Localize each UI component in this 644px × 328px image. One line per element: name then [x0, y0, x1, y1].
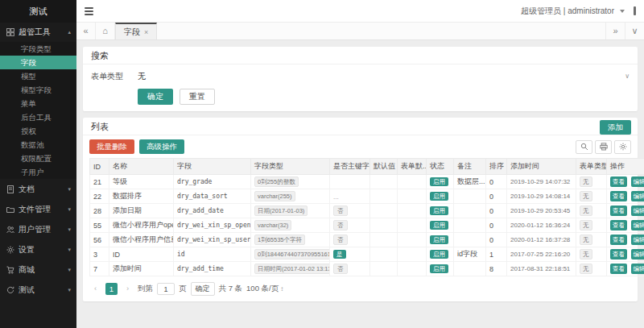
cell-status: 启用: [427, 218, 454, 233]
sidebar-group-settings[interactable]: 设置 ▾: [0, 239, 76, 259]
edit-button[interactable]: 编辑: [631, 191, 644, 201]
sidebar-group-super-tools[interactable]: 超管工具 ▴: [0, 23, 76, 42]
hamburger-icon[interactable]: [85, 7, 93, 15]
cell-field: dry_grade: [174, 175, 251, 189]
cell-status: 启用: [427, 262, 454, 276]
view-button[interactable]: 查看: [610, 176, 627, 187]
edit-button[interactable]: 编辑: [631, 235, 644, 245]
cell-remark: [454, 262, 486, 276]
col-field-type: 字段类型: [251, 159, 330, 175]
page-number[interactable]: 1: [105, 283, 118, 295]
sidebar-item-model[interactable]: 模型: [0, 69, 76, 83]
next-page-icon[interactable]: ›: [122, 283, 134, 295]
tabs-scroll-right-icon[interactable]: »: [605, 23, 625, 39]
cell-field-type: 0到255的整数: [251, 175, 330, 189]
sidebar-item-auth[interactable]: 授权: [0, 124, 76, 138]
cell-sort: 0: [486, 218, 507, 233]
sidebar-item-data-pool[interactable]: 数据池: [0, 138, 76, 152]
close-icon[interactable]: ×: [144, 28, 148, 36]
app-title: 测试: [0, 0, 76, 23]
sidebar-item-menu[interactable]: 菜单: [0, 97, 76, 110]
cell-form-type: 无: [576, 189, 607, 204]
field-type-badge: 0到18446744073709551615的整数: [254, 249, 330, 259]
columns-settings-icon[interactable]: [614, 140, 631, 154]
cell-actions: 查看 编辑 删除: [607, 189, 644, 204]
user-menu[interactable]: 超级管理员 | administrator: [521, 6, 614, 17]
sidebar-item-permission[interactable]: 权限配置: [0, 152, 76, 165]
view-button[interactable]: 查看: [610, 264, 627, 274]
chevron-down-icon: ▾: [68, 247, 71, 253]
print-icon[interactable]: [595, 140, 612, 154]
col-name: 名称: [109, 159, 174, 175]
search-reset-button[interactable]: 重置: [180, 89, 215, 105]
form-type-badge: 无: [580, 220, 592, 230]
cell-form-default: [398, 262, 427, 276]
sidebar-item-field[interactable]: 字段: [0, 56, 76, 69]
goto-confirm-button[interactable]: 确定: [191, 282, 215, 296]
content: 搜索 表单类型 无 ∨ 确定 重置 列表 添加: [76, 40, 644, 328]
edit-button[interactable]: 编辑: [631, 264, 644, 274]
cell-name: 数据排序: [109, 189, 174, 204]
tabs-scroll-left-icon[interactable]: «: [76, 23, 96, 39]
edit-button[interactable]: 编辑: [631, 220, 644, 230]
cell-id: 55: [90, 218, 109, 233]
cell-field: dry_data_sort: [174, 189, 251, 204]
prev-page-icon[interactable]: ‹: [89, 283, 101, 295]
cell-sort: 0: [486, 233, 507, 247]
sidebar-group-mall[interactable]: 商城 ▾: [0, 259, 76, 280]
edit-button[interactable]: 编辑: [631, 176, 644, 187]
cell-id: 56: [90, 233, 109, 247]
edit-button[interactable]: 编辑: [631, 206, 644, 216]
sidebar-group-docs[interactable]: 文档 ▾: [0, 179, 76, 199]
cell-remark: [454, 218, 486, 233]
chevron-down-icon[interactable]: [620, 10, 625, 13]
status-badge: 启用: [430, 177, 448, 186]
cell-field-type: varchar(255): [251, 189, 330, 204]
form-type-select[interactable]: 无 ∨: [138, 71, 630, 82]
view-button[interactable]: 查看: [610, 235, 627, 245]
cell-sort: 8: [486, 262, 507, 276]
cell-primary: 否: [330, 204, 370, 218]
advanced-actions-button[interactable]: 高级操作: [139, 139, 184, 154]
search-icon[interactable]: [576, 140, 592, 154]
table-row: 28 添加日期 dry_add_date 日期(2017-01-03) 否 启用…: [90, 204, 644, 218]
form-type-badge: 无: [580, 249, 592, 259]
sidebar-item-backend-tools[interactable]: 后台工具: [0, 110, 76, 124]
sidebar-item-model-field[interactable]: 模型字段: [0, 83, 76, 97]
sidebar-group-label: 设置: [19, 244, 35, 255]
cell-added-time: 2019-10-29 20:53:45: [507, 204, 576, 218]
batch-delete-button[interactable]: 批量删除: [89, 139, 134, 154]
sidebar-group-label: 文档: [19, 184, 35, 195]
layout-toggle-icon[interactable]: [634, 6, 636, 15]
cell-added-time: 2017-08-31 22:18:51: [507, 262, 576, 276]
sidebar-group-files[interactable]: 文件管理 ▾: [0, 199, 76, 219]
view-button[interactable]: 查看: [610, 191, 627, 201]
add-button[interactable]: 添加: [600, 120, 631, 135]
refresh-icon: [6, 286, 14, 294]
home-icon[interactable]: ⌂: [96, 23, 115, 39]
cell-form-type: 无: [576, 204, 607, 218]
sidebar-item-sub-user[interactable]: 子用户: [0, 165, 76, 179]
view-button[interactable]: 查看: [610, 220, 627, 230]
chevron-down-icon: ▾: [68, 287, 71, 293]
field-type-badge: 1到65535个字符: [254, 235, 305, 245]
cell-remark: 数据层...: [454, 175, 486, 189]
edit-button[interactable]: 编辑: [631, 249, 644, 259]
view-button[interactable]: 查看: [610, 249, 627, 259]
goto-page-input[interactable]: [157, 283, 175, 295]
table-row: 21 等级 dry_grade 0到255的整数 启用 数据层... 0 201…: [90, 175, 644, 189]
sidebar-item-field-type[interactable]: 字段类型: [0, 42, 76, 56]
per-page-select[interactable]: 100 条/页 ↕: [246, 284, 283, 294]
primary-badge: 否: [333, 235, 348, 245]
field-type-badge: 日期时间(2017-01-02 13:13:14): [254, 264, 330, 274]
grid-icon: [6, 28, 14, 36]
tabs-menu-icon[interactable]: ∨: [625, 23, 644, 39]
sidebar-group-test[interactable]: 测试 ▾: [0, 280, 76, 300]
tab-field[interactable]: 字段 ×: [115, 23, 157, 39]
view-button[interactable]: 查看: [610, 206, 627, 216]
total-count: 共 7 条: [219, 284, 243, 294]
cell-actions: 查看 编辑 删除: [607, 175, 644, 189]
search-submit-button[interactable]: 确定: [138, 89, 173, 105]
sidebar-group-users[interactable]: 用户管理 ▾: [0, 219, 76, 239]
cell-field-type: 1到65535个字符: [251, 233, 330, 247]
